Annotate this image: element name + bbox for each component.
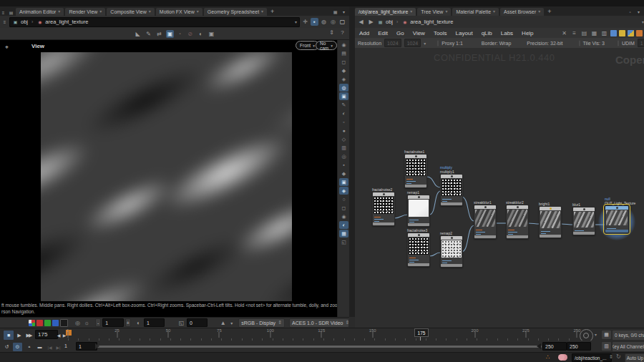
pin-path-icon[interactable]: ✛ <box>301 18 309 26</box>
global-range-start[interactable]: 1 <box>64 343 67 348</box>
tab-animation-editor[interactable]: Animation Editor▾ <box>16 8 64 16</box>
pane-menu-dropdown-icon[interactable]: ▾ <box>635 9 642 15</box>
viewport-side-tool-icon[interactable]: ◐ <box>339 221 348 229</box>
udim-value-field[interactable]: 1 <box>638 39 644 47</box>
viewport-side-tool-icon[interactable]: ▥ <box>339 144 348 152</box>
menu-add[interactable]: Add <box>355 29 374 38</box>
snapshot-icon[interactable]: ◍ <box>320 18 328 26</box>
tab-geometry-spreadsheet[interactable]: Geometry Spreadsheet▾ <box>204 8 267 16</box>
loop-mode-icon[interactable]: ↺ <box>1 342 12 352</box>
blue-channel-icon[interactable] <box>52 320 59 326</box>
tab-dropdown-icon[interactable]: ▾ <box>99 8 102 16</box>
tab-dropdown-icon[interactable]: ▾ <box>493 8 495 16</box>
menu-labs[interactable]: Labs <box>497 29 517 38</box>
tab-composite-view[interactable]: Composite View▾ <box>107 8 154 16</box>
network-editor[interactable]: CONFIDENTIAL H21.0.440 Copern fractalnoi… <box>355 48 644 328</box>
help-icon[interactable]: ? <box>338 29 346 36</box>
tab-material-palette[interactable]: Material Palette▾ <box>452 8 499 16</box>
viewport-grip-icon[interactable]: ❖ <box>4 44 10 50</box>
tab-dropdown-icon[interactable]: ▾ <box>197 8 199 16</box>
global-range-end-field[interactable]: 250 <box>567 342 591 351</box>
udim-checkbox[interactable] <box>618 40 619 47</box>
exposure-field[interactable]: 1 <box>102 318 123 327</box>
viewport-side-tool-icon[interactable]: ▣ <box>339 178 348 186</box>
resolution-dropdown-icon[interactable]: ▾ <box>424 41 426 46</box>
pane-split-icon[interactable]: ▦ <box>332 9 338 15</box>
jump-end-button[interactable]: ▶| <box>54 342 63 352</box>
select-mode-icon[interactable]: ▫ <box>177 31 183 37</box>
histogram-icon[interactable]: ▲ <box>219 319 227 327</box>
realtime-toggle-icon[interactable]: ⊙ <box>12 342 23 352</box>
node-remap1[interactable]: remap1 <box>407 190 430 227</box>
node-streakblur2[interactable]: streakblur2 <box>506 200 529 239</box>
viewport-side-tool-icon[interactable]: ▦ <box>339 230 348 238</box>
view-mask-icon[interactable]: ◐ <box>197 30 205 38</box>
cook-path-field[interactable]: /obj/reaction_... <box>572 353 612 362</box>
viewport-side-tool-icon[interactable]: ◎ <box>339 152 348 160</box>
pane-menu-dropdown-icon[interactable]: ▾ <box>341 9 347 15</box>
viewport-side-tool-icon[interactable]: ▫ <box>339 118 348 126</box>
tools-wrench-icon[interactable]: ✕ <box>560 29 568 37</box>
box-select-tool-icon[interactable]: ▣ <box>166 30 174 38</box>
stop-button[interactable]: ■ <box>3 330 14 341</box>
viewport-side-tool-icon[interactable]: ● <box>339 127 348 134</box>
tree-icon[interactable]: ≡ <box>570 29 578 37</box>
tab-dropdown-icon[interactable]: ▾ <box>538 8 540 16</box>
proxy-checkbox[interactable] <box>437 40 439 47</box>
tab-dropdown-icon[interactable]: ▾ <box>58 8 60 16</box>
range-slider-left-handle[interactable] <box>95 343 99 349</box>
alpha-channel-icon[interactable] <box>60 319 68 327</box>
select-tool-icon[interactable]: ◣ <box>134 30 142 38</box>
step-mode-icon[interactable]: ▬ <box>34 342 45 352</box>
playhead[interactable]: 175 <box>414 328 429 337</box>
breadcrumb-root[interactable]: obj <box>386 19 393 25</box>
viewport-side-tool-icon[interactable]: ▣ <box>339 92 348 100</box>
snapshot-frame-icon[interactable]: ▣ <box>208 30 215 38</box>
node-fractalnoise1[interactable]: fractalnoise1 <box>404 150 427 188</box>
menu-help[interactable]: Help <box>517 29 537 38</box>
key-dropdown-icon[interactable]: ▾ <box>595 332 597 337</box>
border-label[interactable]: Border: Wrap <box>482 41 512 46</box>
update-mode-button[interactable]: Auto Up <box>625 353 644 362</box>
viewport-side-tool-icon[interactable]: ◆ <box>339 67 348 74</box>
tile-vis-checkbox[interactable] <box>579 40 580 47</box>
keys-summary-button[interactable]: 0 keys, 0/0 chan <box>612 330 644 341</box>
gallery-icon[interactable]: ◎ <box>329 18 337 26</box>
audio-scrub-icon[interactable]: ❝ <box>24 342 34 352</box>
tab-asset-browser[interactable]: Asset Browser▾ <box>500 8 544 16</box>
tab-tree-view[interactable]: Tree View▾ <box>417 8 451 16</box>
precision-label[interactable]: Precision: 32-bit <box>527 41 562 46</box>
viewport-side-tool-icon[interactable]: ◻ <box>339 58 348 66</box>
thumb-view-icon[interactable]: ▥ <box>600 29 608 37</box>
exposure-plus-button[interactable]: + <box>125 318 131 327</box>
menu-view[interactable]: View <box>409 29 429 38</box>
menu-layout[interactable]: Layout <box>452 29 477 38</box>
node-fractalnoise2[interactable]: fractalnoise2 <box>372 187 395 226</box>
resolution-x-field[interactable]: 1024 <box>384 39 401 47</box>
color-palette-icon[interactable] <box>610 30 617 36</box>
nav-forward-icon[interactable]: ▶ <box>367 18 375 26</box>
viewport-side-tool-icon[interactable]: ◈ <box>339 187 348 195</box>
contrast-field[interactable]: 1 <box>144 318 165 327</box>
range-slider-right-handle[interactable] <box>537 343 541 349</box>
contrast-icon[interactable]: ◐ <box>135 319 142 327</box>
sticky-note-icon[interactable] <box>619 30 625 36</box>
tab-dropdown-icon[interactable]: ▾ <box>261 8 263 16</box>
viewport-side-tool-icon[interactable]: ◆ <box>339 170 348 177</box>
viewport-side-tool-icon[interactable]: ◉ <box>339 212 348 220</box>
play-to-end-button[interactable]: ▶▶ <box>23 330 34 341</box>
message-log-icon[interactable]: ∴ <box>546 353 550 361</box>
viewport-side-tool-icon[interactable]: ✎ <box>339 101 348 109</box>
new-tab-button[interactable]: + <box>268 8 276 16</box>
tab-dropdown-icon[interactable]: ▾ <box>149 8 151 16</box>
node-streakblur1[interactable]: streakblur1 <box>474 200 497 239</box>
viewport-side-tool-icon[interactable]: ◉ <box>339 41 348 49</box>
channel-scope-icon[interactable]: ▦ <box>601 330 612 340</box>
path-history-icon[interactable]: ≡ <box>1 19 8 25</box>
tab-render-view[interactable]: Render View▾ <box>65 8 105 16</box>
brush-tool-icon[interactable]: ✎ <box>145 30 152 38</box>
viewport-side-tool-icon[interactable]: ○ <box>339 195 348 203</box>
display-lut-select[interactable]: sRGB - Display⇕ <box>238 318 285 328</box>
new-tab-button[interactable]: + <box>545 8 553 16</box>
range-slider-track[interactable] <box>95 346 542 348</box>
